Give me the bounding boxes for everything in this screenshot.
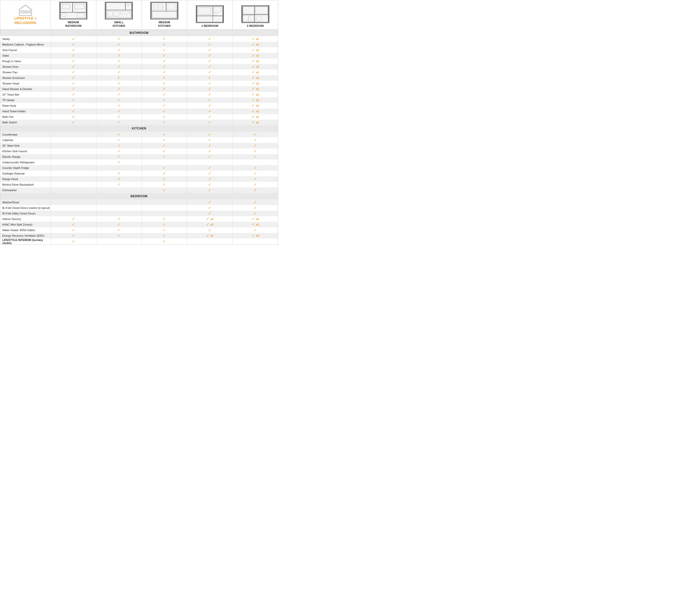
multiplier-label: x2 (256, 82, 259, 85)
svg-rect-32 (166, 2, 177, 11)
check-cell-col4: ✓ (232, 171, 278, 176)
check-cell-col4: ✓ (232, 187, 278, 193)
logo-text: LIFESTYLE + INCLUSIONS (15, 16, 37, 25)
check-mark: ✓ (117, 233, 121, 238)
svg-rect-16 (75, 4, 84, 9)
check-cell-col4: ✓x2 (232, 69, 278, 75)
check-mark: ✓ (117, 109, 121, 114)
check-mark: ✓ (208, 64, 211, 69)
check-mark: ✓ (254, 132, 257, 137)
row-label: Bi-Fold Utility Closet Doors (0, 211, 51, 216)
check-cell-col3: ✓ (187, 227, 233, 233)
table-row: Vanity✓✓✓✓✓x2 (0, 36, 278, 42)
check-mark: ✓ (117, 154, 121, 159)
check-mark: ✓ (252, 86, 255, 91)
check-mark: ✓ (254, 165, 257, 170)
check-cell-col3: ✓ (187, 187, 233, 193)
check-cell-col2: ✓ (142, 143, 187, 148)
check-cell-col2: ✓ (142, 36, 187, 42)
check-mark: ✓ (252, 98, 255, 102)
check-mark: ✓ (208, 211, 211, 216)
row-label: Interior Door(s) (0, 216, 51, 222)
check-mark: ✓ (252, 222, 255, 227)
check-mark: ✓ (208, 143, 211, 148)
check-mark: ✓ (117, 171, 121, 176)
check-mark: ✓ (162, 81, 166, 86)
check-cell-col1: ✓ (96, 132, 142, 137)
check-cell-col2: ✓ (142, 64, 187, 69)
check-cell-col3: ✓ (187, 69, 233, 75)
check-cell-col3: ✓ (187, 64, 233, 69)
row-label: Shower Pan (0, 69, 51, 75)
check-cell-col4: ✓ (232, 200, 278, 205)
multiplier-label: x2 (256, 60, 259, 63)
check-mark: ✓ (254, 149, 257, 154)
check-mark: ✓ (72, 36, 75, 41)
check-mark: ✓ (117, 70, 121, 75)
check-mark: ✓ (72, 120, 75, 125)
svg-rect-50 (255, 15, 268, 22)
check-mark: ✓ (162, 182, 166, 187)
check-cell-col3 (187, 160, 233, 165)
table-row: Shower Enclosure✓✓✓✓✓x2 (0, 75, 278, 81)
check-mark: ✓ (252, 103, 255, 108)
logo-icon (18, 4, 32, 16)
check-cell-col3: ✓ (187, 86, 233, 92)
check-mark: ✓ (162, 47, 166, 52)
table-row: Countertops✓✓✓✓ (0, 132, 278, 137)
check-cell-col4: ✓x2 (232, 75, 278, 81)
multiplier-label: x2 (256, 104, 259, 107)
row-label: Garbage Disposal (0, 171, 51, 176)
check-cell-col1: ✓ (96, 69, 142, 75)
check-cell-col0: ✓ (51, 64, 96, 69)
check-cell-col3: ✓ (187, 81, 233, 86)
check-cell-col2: ✓ (142, 176, 187, 182)
check-mark: ✓ (72, 103, 75, 108)
table-row: Range Hood✓✓✓✓ (0, 176, 278, 182)
check-mark: ✓ (162, 64, 166, 69)
check-cell-col1: ✓ (96, 42, 142, 47)
check-cell-col1: ✓ (96, 233, 142, 238)
multiplier-label: x2 (256, 93, 259, 96)
check-cell-col0: ✓ (51, 86, 96, 92)
row-label: Kitchen Sink Faucet (0, 148, 51, 154)
svg-rect-33 (152, 12, 177, 18)
check-cell-col4: ✓x2 (232, 53, 278, 58)
check-mark: ✓ (208, 165, 211, 170)
check-cell-col2: ✓ (142, 97, 187, 103)
check-mark: ✓ (208, 70, 211, 75)
table-row: Electric Range✓✓✓✓ (0, 154, 278, 160)
check-mark: ✓ (72, 47, 75, 52)
check-cell-col2: ✓ (142, 120, 187, 125)
row-label: Cabinets (0, 137, 51, 143)
check-cell-col0: ✓ (51, 216, 96, 222)
check-cell-col4: ✓x2 (232, 42, 278, 47)
check-mark: ✓ (162, 114, 166, 119)
check-cell-col2: ✓ (142, 233, 187, 238)
check-cell-col0 (51, 171, 96, 176)
table-row: Medicine Cabinet - Fogless Mirror✓✓✓✓✓x2 (0, 42, 278, 47)
check-cell-col1: ✓ (96, 216, 142, 222)
check-cell-col4: ✓x2 (232, 81, 278, 86)
table-row: Bi-Fold Utility Closet Doors✓✓ (0, 211, 278, 216)
check-mark: ✓ (252, 109, 255, 114)
col-title-2_bedroom: 2 BEDROOM (247, 24, 264, 27)
header-col-2_bedroom: 2 BEDROOM (233, 0, 278, 29)
check-mark: ✓ (162, 86, 166, 91)
header-columns: MEDIUMBATHROOM SMALLKITCHEN MEDIUMKITCHE… (51, 0, 278, 29)
table-row: Dishwasher✓✓✓ (0, 187, 278, 193)
check-mark: ✓ (208, 109, 211, 114)
check-cell-col3: ✓ (187, 148, 233, 154)
check-cell-col2: ✓ (142, 53, 187, 58)
row-label: HVAC Mini-Split Zone(s) (0, 222, 51, 227)
row-label: Counter Depth Fridge (0, 165, 51, 171)
multiplier-label: x2 (256, 43, 259, 46)
table-row: Rough In Valve✓✓✓✓✓x2 (0, 58, 278, 64)
check-mark: ✓ (208, 81, 211, 86)
check-mark: ✓ (254, 171, 257, 176)
floor-plan-small_kitchen (105, 2, 133, 19)
row-label: Range Hood (0, 176, 51, 182)
check-cell-col3: ✓ (187, 211, 233, 216)
check-cell-col1: ✓ (96, 81, 142, 86)
check-mark: ✓ (208, 182, 211, 187)
